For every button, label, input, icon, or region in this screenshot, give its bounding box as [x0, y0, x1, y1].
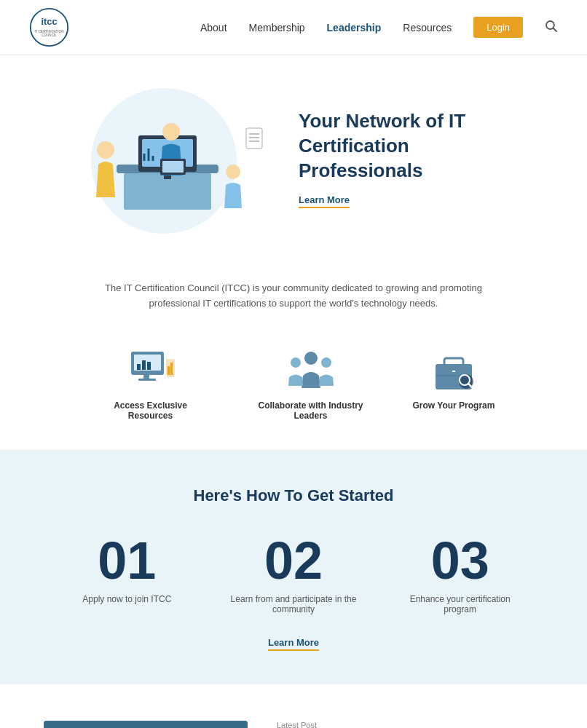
nav-resources[interactable]: Resources [403, 22, 452, 33]
svg-point-36 [321, 357, 331, 368]
hero-title: Your Network of IT Certification Profess… [299, 109, 529, 183]
feature-grow: Grow Your Program [413, 348, 495, 421]
feature-resources: Access Exclusive Resources [92, 348, 209, 421]
nav-membership[interactable]: Membership [249, 22, 305, 33]
step-3-desc: Enhance your certification program [395, 594, 526, 614]
step-2-desc: Learn from and participate in the commun… [228, 594, 359, 614]
header: itcc IT CERTIFICATION COUNCIL About Memb… [0, 0, 587, 55]
news-section: Latest Post ITCC October Education Sessi… [0, 684, 587, 728]
hero-text: Your Network of IT Certification Profess… [277, 109, 529, 205]
svg-rect-20 [246, 128, 262, 149]
svg-rect-32 [168, 366, 170, 375]
steps-section: Here's How To Get Started 01 Apply now t… [0, 450, 587, 684]
grow-icon [428, 348, 479, 392]
svg-rect-18 [162, 161, 184, 173]
svg-line-5 [553, 28, 557, 31]
svg-rect-29 [143, 375, 149, 379]
feature-label-resources: Access Exclusive Resources [92, 400, 209, 421]
svg-rect-27 [142, 360, 146, 370]
svg-rect-26 [137, 364, 141, 370]
svg-rect-46 [44, 721, 248, 728]
svg-rect-28 [147, 362, 151, 370]
main-nav: About Membership Leadership Resources Lo… [200, 17, 558, 38]
step-1-desc: Apply now to join ITCC [82, 594, 171, 604]
login-button[interactable]: Login [473, 17, 523, 38]
feature-collaborate: Collaborate with Industry Leaders [253, 348, 369, 421]
svg-point-15 [97, 141, 114, 159]
step-1-number: 01 [98, 534, 156, 587]
features-section: Access Exclusive Resources Collaborate w… [0, 333, 587, 450]
steps-heading: Here's How To Get Started [44, 486, 543, 505]
svg-rect-33 [170, 363, 173, 375]
logo: itcc IT CERTIFICATION COUNCIL [29, 7, 73, 47]
svg-point-35 [291, 357, 301, 368]
step-2-number: 02 [264, 534, 323, 587]
step-3: 03 Enhance your certification program [377, 534, 543, 614]
step-1: 01 Apply now to join ITCC [44, 534, 210, 614]
svg-point-19 [226, 165, 240, 179]
logo-icon: itcc IT CERTIFICATION COUNCIL [29, 7, 69, 47]
news-content: Latest Post ITCC October Education Sessi… [277, 721, 543, 728]
feature-label-grow: Grow Your Program [413, 400, 495, 411]
svg-rect-38 [444, 358, 463, 365]
svg-rect-30 [138, 379, 156, 381]
hero-section: Your Network of IT Certification Profess… [0, 55, 587, 259]
feature-label-collaborate: Collaborate with Industry Leaders [253, 400, 369, 421]
svg-point-0 [31, 9, 68, 46]
svg-text:itcc: itcc [41, 16, 57, 27]
news-image [44, 721, 248, 728]
step-2: 02 Learn from and participate in the com… [210, 534, 377, 614]
description-text: The IT Certification Council (ITCC) is y… [87, 281, 500, 312]
hero-learn-more[interactable]: Learn More [299, 194, 350, 208]
svg-text:IT CERTIFICATION: IT CERTIFICATION [35, 30, 64, 33]
svg-text:COUNCIL: COUNCIL [42, 33, 57, 37]
nav-about[interactable]: About [200, 22, 227, 33]
description-section: The IT Certification Council (ITCC) is y… [0, 259, 587, 333]
search-icon[interactable] [545, 20, 558, 36]
hero-illustration [58, 77, 277, 237]
svg-point-16 [162, 123, 180, 141]
collaborate-icon [285, 348, 336, 392]
nav-leadership[interactable]: Leadership [327, 22, 382, 33]
resources-icon [125, 348, 176, 392]
steps-row: 01 Apply now to join ITCC 02 Learn from … [44, 534, 543, 614]
step-3-number: 03 [431, 534, 489, 587]
steps-learn-more[interactable]: Learn More [268, 637, 319, 651]
latest-post-label: Latest Post [277, 721, 543, 728]
svg-point-34 [304, 352, 318, 365]
